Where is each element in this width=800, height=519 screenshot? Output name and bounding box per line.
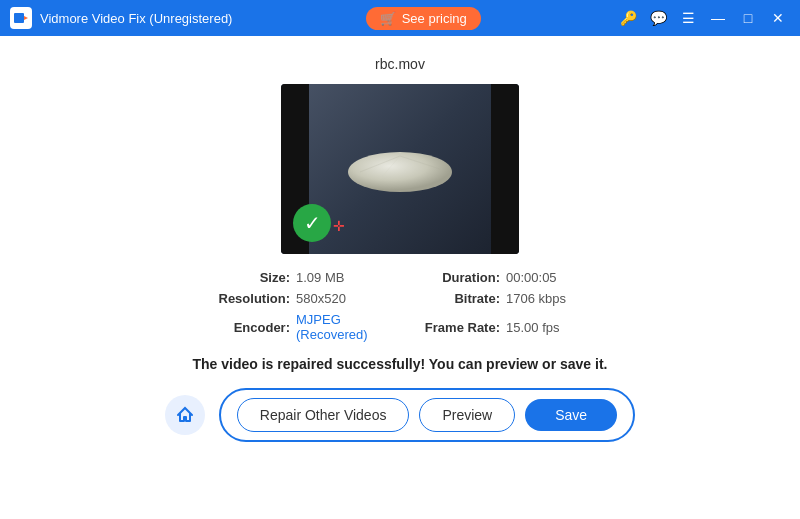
size-label: Size: xyxy=(210,270,290,285)
resolution-row: Resolution: 580x520 xyxy=(210,291,380,306)
success-message: The video is repaired successfully! You … xyxy=(193,356,608,372)
red-cursor-marker: ✛ xyxy=(333,218,345,234)
button-box: Repair Other Videos Preview Save xyxy=(219,388,635,442)
bitrate-value: 1706 kbps xyxy=(506,291,566,306)
key-icon[interactable]: 🔑 xyxy=(614,7,642,29)
title-bar-center: 🛒 See pricing xyxy=(232,7,614,30)
button-area: Repair Other Videos Preview Save xyxy=(165,388,635,442)
encoder-label: Encoder: xyxy=(210,320,290,335)
menu-icon[interactable]: ☰ xyxy=(674,7,702,29)
home-button[interactable] xyxy=(165,395,205,435)
close-button[interactable]: ✕ xyxy=(764,7,792,29)
size-row: Size: 1.09 MB xyxy=(210,270,380,285)
minimize-button[interactable]: — xyxy=(704,7,732,29)
stone-shape xyxy=(340,144,460,194)
framerate-label: Frame Rate: xyxy=(420,320,500,335)
see-pricing-button[interactable]: 🛒 See pricing xyxy=(366,7,481,30)
maximize-button[interactable]: □ xyxy=(734,7,762,29)
duration-row: Duration: 00:00:05 xyxy=(420,270,590,285)
repair-other-videos-button[interactable]: Repair Other Videos xyxy=(237,398,410,432)
svg-marker-1 xyxy=(24,16,28,20)
resolution-label: Resolution: xyxy=(210,291,290,306)
chat-icon[interactable]: 💬 xyxy=(644,7,672,29)
size-value: 1.09 MB xyxy=(296,270,344,285)
filename: rbc.mov xyxy=(375,56,425,72)
home-icon xyxy=(175,405,195,425)
encoder-value: MJPEG (Recovered) xyxy=(296,312,380,342)
info-grid: Size: 1.09 MB Duration: 00:00:05 Resolut… xyxy=(210,270,590,342)
bitrate-row: Bitrate: 1706 kbps xyxy=(420,291,590,306)
cart-icon: 🛒 xyxy=(380,11,396,26)
save-button[interactable]: Save xyxy=(525,399,617,431)
main-content: rbc.mov xyxy=(0,36,800,519)
app-title: Vidmore Video Fix (Unregistered) xyxy=(40,11,232,26)
app-logo xyxy=(10,7,32,29)
video-container: ✓ ✛ xyxy=(281,84,519,254)
svg-rect-0 xyxy=(14,13,24,23)
title-bar-left: Vidmore Video Fix (Unregistered) xyxy=(10,7,232,29)
title-bar-right: 🔑 💬 ☰ — □ ✕ xyxy=(614,7,792,29)
framerate-row: Frame Rate: 15.00 fps xyxy=(420,312,590,342)
success-badge: ✓ xyxy=(293,204,331,242)
see-pricing-label: See pricing xyxy=(402,11,467,26)
encoder-row: Encoder: MJPEG (Recovered) xyxy=(210,312,380,342)
title-bar: Vidmore Video Fix (Unregistered) 🛒 See p… xyxy=(0,0,800,36)
bitrate-label: Bitrate: xyxy=(420,291,500,306)
duration-label: Duration: xyxy=(420,270,500,285)
resolution-value: 580x520 xyxy=(296,291,346,306)
preview-button[interactable]: Preview xyxy=(419,398,515,432)
duration-value: 00:00:05 xyxy=(506,270,557,285)
svg-point-2 xyxy=(348,152,452,192)
framerate-value: 15.00 fps xyxy=(506,320,560,335)
